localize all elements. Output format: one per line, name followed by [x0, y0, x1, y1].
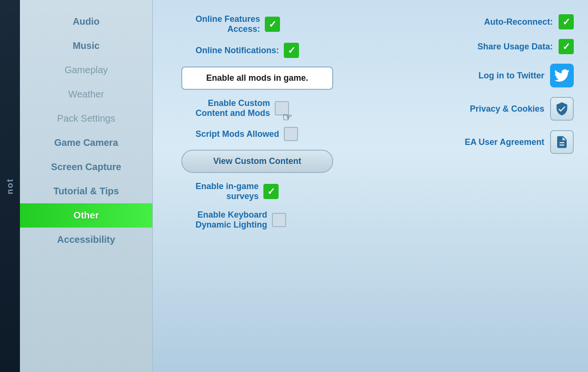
auto-reconnect-checkbox[interactable]	[559, 14, 574, 29]
share-usage-checkbox[interactable]	[559, 39, 574, 54]
sidebar-item-game-camera[interactable]: Game Camera	[20, 131, 152, 155]
twitter-icon	[554, 68, 569, 83]
sidebar-item-accessibility[interactable]: Accessibility	[20, 228, 152, 252]
right-item-privacy: Privacy & Cookies	[446, 97, 574, 121]
sidebar-item-tutorial-tips[interactable]: Tutorial & Tips	[20, 179, 152, 203]
share-usage-label: Share Usage Data:	[477, 42, 553, 52]
online-features-label: Online FeaturesAccess:	[196, 14, 260, 34]
enable-mods-button[interactable]: Enable all mods in game.	[181, 67, 333, 90]
privacy-button[interactable]	[550, 97, 574, 121]
mods-button-wrapper: Enable all mods in game.	[167, 67, 436, 90]
setting-row-script-mods: Script Mods Allowed	[167, 127, 436, 141]
sidebar-item-pack-settings[interactable]: Pack Settings	[20, 106, 152, 131]
view-button-wrapper: View Custom Content	[167, 150, 436, 173]
setting-row-keyboard-lighting: Enable KeyboardDynamic Lighting	[167, 210, 436, 230]
right-panel: Auto-Reconnect: Share Usage Data: Log in…	[446, 10, 574, 362]
setting-row-online-notifications: Online Notifications:	[167, 43, 436, 58]
document-icon	[555, 135, 569, 149]
online-notifications-label: Online Notifications:	[196, 46, 279, 56]
script-mods-checkbox[interactable]	[284, 127, 298, 141]
sidebar-item-other[interactable]: Other	[20, 203, 152, 228]
setting-row-ingame-surveys: Enable in-gamesurveys	[167, 181, 436, 201]
script-mods-label: Script Mods Allowed	[196, 129, 279, 139]
twitter-button[interactable]	[550, 64, 574, 87]
sidebar-item-music[interactable]: Music	[20, 34, 152, 58]
online-notifications-checkbox[interactable]	[284, 43, 299, 58]
right-item-twitter: Log in to Twitter	[446, 64, 574, 87]
keyboard-lighting-label: Enable KeyboardDynamic Lighting	[196, 210, 267, 230]
sidebar-item-audio[interactable]: Audio	[20, 10, 152, 34]
left-strip-text: not	[5, 178, 15, 194]
sidebar: AudioMusicGameplayWeatherPack SettingsGa…	[20, 0, 153, 372]
ingame-surveys-checkbox[interactable]	[263, 184, 279, 199]
custom-content-checkbox[interactable]	[275, 101, 289, 115]
twitter-label: Log in to Twitter	[478, 71, 544, 81]
online-features-checkbox[interactable]	[265, 17, 280, 32]
shield-check-icon	[555, 102, 569, 116]
view-custom-content-button[interactable]: View Custom Content	[181, 150, 333, 173]
ingame-surveys-label: Enable in-gamesurveys	[196, 181, 259, 201]
right-item-ea-agreement: EA User Agreement	[446, 130, 574, 154]
sidebar-item-weather[interactable]: Weather	[20, 82, 152, 106]
keyboard-lighting-checkbox[interactable]	[272, 213, 286, 227]
right-item-share-usage: Share Usage Data:	[446, 39, 574, 54]
left-strip: not	[0, 0, 20, 372]
ea-agreement-label: EA User Agreement	[465, 137, 544, 147]
custom-content-label: Enable CustomContent and Mods	[196, 98, 270, 118]
custom-content-checkbox-wrapper: ☞	[275, 101, 289, 115]
sidebar-item-screen-capture[interactable]: Screen Capture	[20, 155, 152, 179]
sidebar-item-gameplay[interactable]: Gameplay	[20, 58, 152, 82]
setting-row-online-features: Online FeaturesAccess:	[167, 14, 436, 34]
ea-agreement-button[interactable]	[550, 130, 574, 154]
main-content: Online FeaturesAccess: Online Notificati…	[153, 0, 588, 372]
center-panel: Online FeaturesAccess: Online Notificati…	[167, 10, 436, 362]
privacy-label: Privacy & Cookies	[470, 104, 544, 114]
auto-reconnect-label: Auto-Reconnect:	[484, 17, 553, 27]
setting-row-custom-content: Enable CustomContent and Mods ☞	[167, 98, 436, 118]
right-item-auto-reconnect: Auto-Reconnect:	[446, 14, 574, 29]
